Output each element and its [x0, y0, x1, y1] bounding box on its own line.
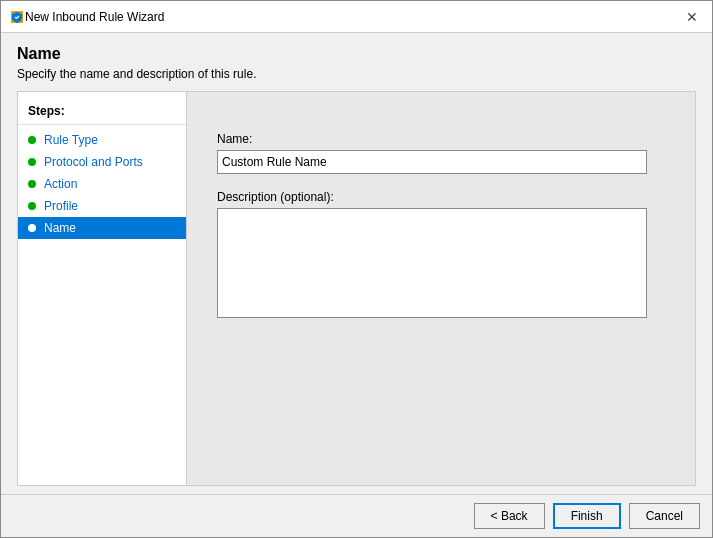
- finish-button[interactable]: Finish: [553, 503, 621, 529]
- sidebar-item-protocol-ports[interactable]: Protocol and Ports: [18, 151, 186, 173]
- sidebar-item-profile[interactable]: Profile: [18, 195, 186, 217]
- close-button[interactable]: ✕: [680, 5, 704, 29]
- sidebar: Steps: Rule Type Protocol and Ports Acti…: [17, 91, 187, 486]
- sidebar-item-label: Name: [44, 221, 76, 235]
- description-label: Description (optional):: [217, 190, 665, 204]
- step-dot: [28, 180, 36, 188]
- sidebar-item-label: Protocol and Ports: [44, 155, 143, 169]
- step-dot: [28, 136, 36, 144]
- right-panel: Name: Description (optional):: [187, 91, 696, 486]
- description-textarea[interactable]: [217, 208, 647, 318]
- main-panel: Steps: Rule Type Protocol and Ports Acti…: [17, 91, 696, 486]
- step-dot: [28, 202, 36, 210]
- name-input[interactable]: [217, 150, 647, 174]
- steps-label: Steps:: [18, 100, 186, 125]
- name-label: Name:: [217, 132, 665, 146]
- step-dot: [28, 224, 36, 232]
- sidebar-item-label: Profile: [44, 199, 78, 213]
- window-title: New Inbound Rule Wizard: [25, 10, 680, 24]
- wizard-window: New Inbound Rule Wizard ✕ Name Specify t…: [0, 0, 713, 538]
- app-icon: [9, 9, 25, 25]
- sidebar-item-action[interactable]: Action: [18, 173, 186, 195]
- description-field-group: Description (optional):: [217, 190, 665, 321]
- sidebar-item-name[interactable]: Name: [18, 217, 186, 239]
- sidebar-item-label: Action: [44, 177, 77, 191]
- page-title: Name: [17, 45, 696, 63]
- content-area: Name Specify the name and description of…: [1, 33, 712, 494]
- footer: < Back Finish Cancel: [1, 494, 712, 537]
- step-dot: [28, 158, 36, 166]
- sidebar-item-rule-type[interactable]: Rule Type: [18, 129, 186, 151]
- cancel-button[interactable]: Cancel: [629, 503, 700, 529]
- name-field-group: Name:: [217, 132, 665, 174]
- back-button[interactable]: < Back: [474, 503, 545, 529]
- title-bar: New Inbound Rule Wizard ✕: [1, 1, 712, 33]
- sidebar-item-label: Rule Type: [44, 133, 98, 147]
- page-description: Specify the name and description of this…: [17, 67, 696, 81]
